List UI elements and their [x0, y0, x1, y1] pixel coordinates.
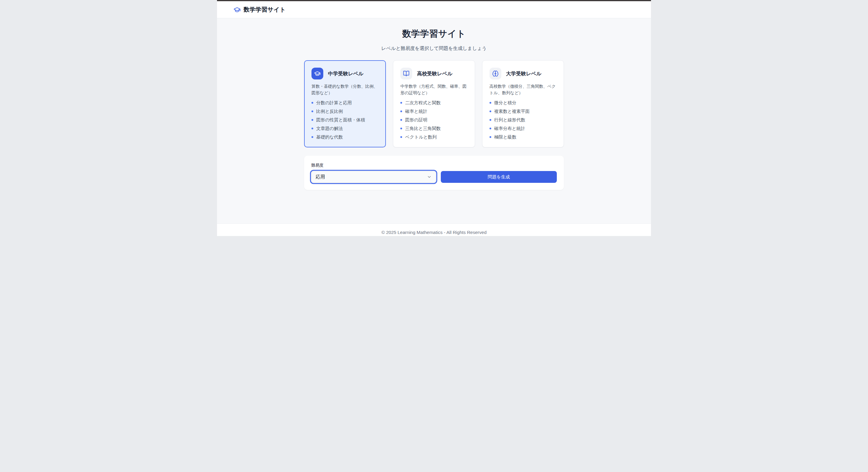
level-card-description: 中学数学（方程式、関数、確率、図形の証明など） [400, 83, 467, 96]
level-card-title: 高校受験レベル [417, 70, 452, 77]
topic-item: 比例と反比例 [311, 108, 378, 114]
site-header: 数学学習サイト [217, 1, 651, 18]
topic-item: 確率分布と統計 [490, 125, 557, 131]
icon-tile [490, 68, 501, 80]
site-footer: © 2025 Learning Mathematics - All Rights… [217, 223, 651, 236]
graduation-cap-icon [234, 6, 241, 13]
topic-item: 図形の性質と面積・体積 [311, 117, 378, 123]
card-head: 中学受験レベル [311, 68, 378, 80]
generator-panel: 難易度 応用 問題を生成 [304, 156, 564, 190]
bullet-dot-icon [311, 127, 313, 129]
level-card-university[interactable]: 大学受験レベル 高校数学（微積分、三角関数、ベクトル、数列など） 微分と積分 複… [482, 60, 564, 147]
topic-item: 行列と線形代数 [490, 117, 557, 123]
topic-item: 確率と統計 [400, 108, 467, 114]
brain-icon [492, 70, 499, 77]
level-card-title: 中学受験レベル [328, 70, 364, 77]
level-card-title: 大学受験レベル [506, 70, 541, 77]
topic-item: 二次方程式と関数 [400, 99, 467, 106]
difficulty-selected-value: 応用 [316, 174, 325, 180]
bullet-dot-icon [311, 111, 313, 112]
topic-list: 二次方程式と関数 確率と統計 図形の証明 三角比と三角関数 ベクトルと数列 [400, 99, 467, 140]
page-subtitle: レベルと難易度を選択して問題を生成しましょう [304, 45, 564, 52]
topic-item: 微分と積分 [490, 99, 557, 106]
bullet-dot-icon [311, 119, 313, 121]
icon-tile [400, 68, 412, 80]
footer-copyright: © 2025 Learning Mathematics - All Rights… [381, 230, 487, 235]
page-title: 数学学習サイト [304, 28, 564, 39]
level-card-description: 算数・基礎的な数学（分数、比例、図形など） [311, 83, 378, 96]
topic-list: 微分と積分 複素数と複素平面 行列と線形代数 確率分布と統計 極限と級数 [490, 99, 557, 140]
level-card-description: 高校数学（微積分、三角関数、ベクトル、数列など） [490, 83, 557, 96]
bullet-dot-icon [400, 111, 402, 112]
topic-item: 複素数と複素平面 [490, 108, 557, 114]
level-card-list: 中学受験レベル 算数・基礎的な数学（分数、比例、図形など） 分数の計算と応用 比… [304, 60, 564, 147]
brand-name: 数学学習サイト [244, 6, 286, 13]
bullet-dot-icon [400, 119, 402, 121]
bullet-dot-icon [490, 119, 491, 121]
main-content: 数学学習サイト レベルと難易度を選択して問題を生成しましょう 中学受験レベル [217, 18, 651, 223]
bullet-dot-icon [490, 136, 491, 138]
page: 数学学習サイト 数学学習サイト レベルと難易度を選択して問題を生成しましょう [217, 0, 651, 236]
topic-list: 分数の計算と応用 比例と反比例 図形の性質と面積・体積 文章題の解法 基礎的な代… [311, 99, 378, 140]
topic-item: 文章題の解法 [311, 125, 378, 131]
graduation-cap-icon [314, 70, 321, 77]
bullet-dot-icon [490, 102, 491, 104]
bullet-dot-icon [490, 111, 491, 112]
header-brand: 数学学習サイト [234, 6, 286, 13]
difficulty-select[interactable]: 応用 [311, 171, 436, 183]
level-card-high-school[interactable]: 高校受験レベル 中学数学（方程式、関数、確率、図形の証明など） 二次方程式と関数… [393, 60, 475, 147]
icon-tile [311, 68, 323, 80]
bullet-dot-icon [311, 136, 313, 138]
topic-item: 極限と級数 [490, 134, 557, 140]
card-head: 大学受験レベル [490, 68, 557, 80]
book-open-icon [403, 70, 409, 77]
level-card-junior-high[interactable]: 中学受験レベル 算数・基礎的な数学（分数、比例、図形など） 分数の計算と応用 比… [304, 60, 386, 147]
topic-item: 分数の計算と応用 [311, 99, 378, 106]
chevron-down-icon [427, 175, 432, 179]
topic-item: 基礎的な代数 [311, 134, 378, 140]
card-head: 高校受験レベル [400, 68, 467, 80]
bullet-dot-icon [490, 127, 491, 129]
generate-button[interactable]: 問題を生成 [441, 171, 557, 183]
topic-item: ベクトルと数列 [400, 134, 467, 140]
bullet-dot-icon [400, 127, 402, 129]
bullet-dot-icon [400, 102, 402, 104]
difficulty-label: 難易度 [311, 163, 557, 168]
topic-item: 三角比と三角関数 [400, 125, 467, 131]
bullet-dot-icon [311, 102, 313, 104]
topic-item: 図形の証明 [400, 117, 467, 123]
bullet-dot-icon [400, 136, 402, 138]
